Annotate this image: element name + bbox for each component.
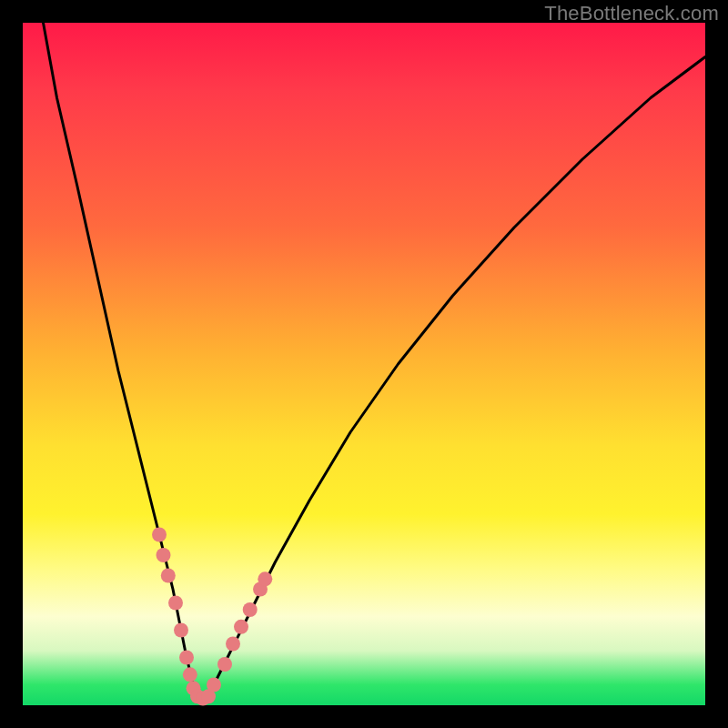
data-marker (174, 623, 188, 638)
data-marker (217, 657, 232, 672)
data-marker (183, 667, 197, 682)
bottleneck-curve (44, 23, 706, 699)
data-marker (157, 548, 171, 562)
outer-frame: TheBottleneck.com (0, 0, 728, 728)
data-marker (161, 569, 176, 583)
plot-area (23, 23, 705, 705)
data-marker (152, 528, 167, 542)
data-marker (179, 651, 194, 665)
curve-layer (44, 23, 706, 699)
data-marker (168, 596, 183, 611)
data-marker (234, 620, 248, 634)
chart-svg (23, 23, 705, 705)
data-marker (207, 678, 221, 693)
data-marker (258, 571, 272, 586)
data-marker (226, 637, 240, 652)
watermark-text: TheBottleneck.com (544, 2, 719, 25)
marker-layer (152, 528, 272, 706)
data-marker (243, 602, 258, 617)
